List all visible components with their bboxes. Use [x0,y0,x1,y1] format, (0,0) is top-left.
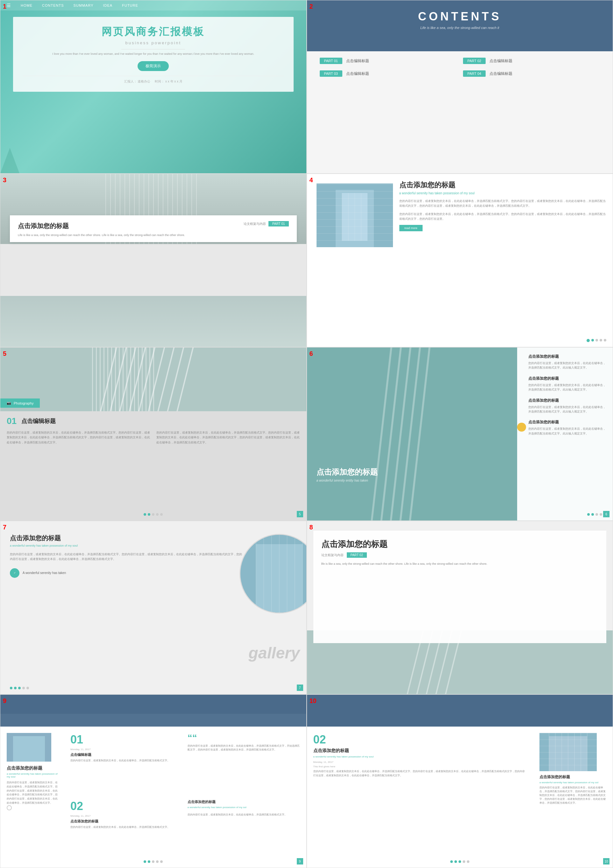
dot-3[interactable] [596,339,598,341]
dot-s10-4[interactable] [463,860,465,863]
badge-circle-icon: ✓ [10,568,19,578]
slide4-text-area: 点击添加您的标题 a wonderful serenity has taken … [399,180,607,231]
slide7-building-svg [240,535,306,612]
dot-s10-2[interactable] [454,860,457,863]
dot-s7-2[interactable] [14,687,17,689]
dot-5[interactable] [604,339,606,341]
dot-4[interactable] [600,339,602,341]
slide9-circle-indicator [7,805,12,810]
nav-summary[interactable]: SUMMARY [74,3,94,7]
slide4-body2: 您的内容打在这里，或者复制您的文本后，在此处右键单击，并选择匹配当前格式文字。您… [399,212,607,222]
demo-button[interactable]: 极简演示 [138,61,169,71]
slide6-item2-text: 您的内容打在这里，或者复制您的文本后，在此处右键单击，并选择匹配当前格式文字。此… [528,383,608,392]
slide2-subtitle: Life is like a sea, only the strong-will… [307,26,613,29]
slide4-title: 点击添加您的标题 [399,180,607,190]
dot-s6-2[interactable] [591,513,594,516]
svg-line-8 [90,347,128,411]
dot-1[interactable] [587,339,590,342]
dot-s6-4[interactable] [600,513,602,516]
slide9-part-block-3: 02 Monday, 11, 2017 点击添加您的标题 您的内容打在这里，或者… [70,800,183,861]
slide6-right-panel: 点击添加您的标题 您的内容打在这里，或者复制您的文本后，在此处右键单击，并选择匹… [517,347,613,521]
slide6-sub: a wonderful serenity entity has taken [317,479,378,482]
menu-icon[interactable]: ☰ [7,3,11,8]
slide10-right-sub: a wonderful serenity has taken possessio… [539,781,606,784]
slide9-quote-icon: ““ [187,733,300,742]
dot-2[interactable] [591,339,594,341]
slide9-dots-nav [144,860,163,863]
arch-svg [0,347,306,411]
dot-s6-3[interactable] [596,513,598,516]
slide7-left-content: 点击添加您的标题 a wonderful serenity has taken … [10,534,243,578]
dot-s9-1[interactable] [144,860,146,863]
slide3-essay-text: 论文框架与内容 [244,222,266,226]
slide9-num-1: 01 [70,733,183,746]
slide5-col1: 您的内容打在这里，或者复制您的文本后，在此处右键单击，并选择匹配当前格式文字。您… [7,430,150,445]
dot-s7-3[interactable] [18,687,21,689]
slide-9: 9 点击添加您的标题 a wonderful serenity has take… [0,694,306,868]
dot-s10-3[interactable] [458,860,461,863]
svg-rect-1 [336,190,374,247]
slide1-sub-title: business powerpoint [23,40,284,45]
slide8-body: life is like a sea, only the strong-will… [321,561,599,566]
nav-contents[interactable]: CONTENTS [42,3,64,7]
slide-3: 3 点击添加您的标题 Life is like a sea, only the … [0,174,306,347]
dot-s9-3[interactable] [152,860,155,863]
dot-s6-1[interactable] [587,513,590,516]
slide7-big-circle [240,534,306,614]
photo-badge-text: Photography [14,401,33,405]
slide-6: 6 点击添加您的标题 a wonderful serenity entity h… [306,347,613,521]
camera-icon: 📷 [7,401,11,405]
slide6-item4-title: 点击添加您的标题 [528,420,608,425]
dot-s7-1[interactable] [10,687,12,689]
slide9-left-sub: a wonderful serenity has taken possessio… [7,772,58,778]
nav-bar: ☰ HOME CONTENTS SUMMARY IDEA FUTURE [0,0,306,11]
slide9-num-3: 02 [70,800,183,813]
read-more-button[interactable]: read more [399,225,423,231]
dot-s5-5[interactable] [160,513,163,516]
slide9-ptitle-4: 点击添加您的标题 [187,800,300,804]
slide7-body: 您的内容打在这里，或者复制您的文本后，在此处右键单击，并选择匹配当前格式文字。您… [10,552,243,562]
part-label-1: 点击编辑标题 [346,58,369,64]
slide10-left-title: 点击添加您的标题 [313,748,527,754]
slide10-left-sec: 02 点击添加您的标题 a wonderful serenity has tak… [307,727,533,868]
part-item-2: PART 02 点击编辑标题 [463,58,600,64]
nav-idea[interactable]: IDEA [103,3,113,7]
nav-future[interactable]: FUTURE [122,3,138,7]
dot-s5-4[interactable] [156,513,159,516]
slide3-white-box: 点击添加您的标题 Life is like a sea, only the st… [10,215,297,242]
slide9-ptitle-3: 点击添加您的标题 [70,819,183,824]
slide9-left-title: 点击添加您的标题 [7,766,58,771]
slide8-essay-text: 论文框架与内容 [321,553,344,557]
slide10-left-date: Monday, 11, 2017 [313,761,527,764]
svg-line-9 [99,347,137,411]
dot-s10-5[interactable] [467,860,469,863]
slide9-date-3: Monday, 11, 2017 [70,814,183,817]
slide10-building-svg [539,733,597,771]
dot-s7-4[interactable] [22,687,25,689]
svg-rect-42 [13,736,45,762]
building-svg [317,183,393,247]
slide-2-number: 2 [310,3,313,10]
svg-line-11 [118,347,156,411]
slide6-item3-title: 点击添加您的标题 [528,398,608,403]
slide3-essay-btn: 论文框架与内容 PART 01 [244,221,288,226]
dot-s5-1[interactable] [144,513,146,516]
part-item-1: PART 01 点击编辑标题 [320,58,457,64]
dot-s5-2[interactable] [148,513,150,516]
slide1-main-title: 网页风商务汇报模板 [23,25,284,39]
slide-1-number: 1 [3,3,6,10]
dot-s9-2[interactable] [148,860,150,863]
nav-home[interactable]: HOME [21,3,33,7]
dot-s9-4[interactable] [156,860,159,863]
slide-8-number: 8 [310,524,313,531]
slide3-desc: Life is like a sea, only the strong-will… [18,233,289,237]
svg-line-10 [108,347,147,411]
dot-s9-5[interactable] [160,860,163,863]
dot-s10-1[interactable] [450,860,453,863]
slide10-content-area: 02 点击添加您的标题 a wonderful serenity has tak… [307,727,613,868]
dot-s5-3[interactable] [152,513,155,516]
slide4-dots-nav [587,339,606,342]
dot-s7-5[interactable] [26,687,29,689]
slide-5-number: 5 [3,350,6,357]
slide9-part-block-2: ““ 您的内容打在这里，或者复制您的文本后，在此处右键单击，并选择匹配当前格式文… [187,733,300,795]
